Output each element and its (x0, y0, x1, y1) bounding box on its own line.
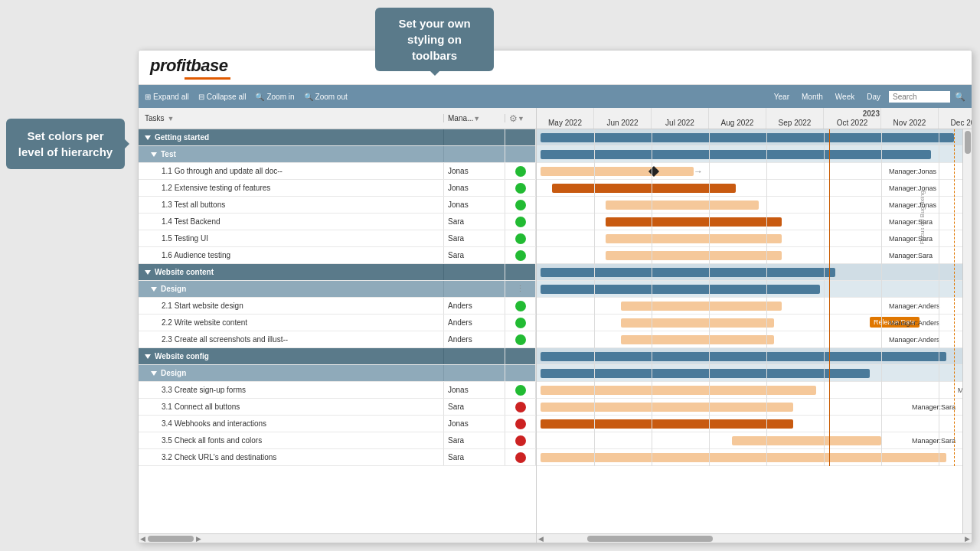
gantt-bar-label: Manager:Sara (912, 437, 956, 445)
task-status (505, 197, 536, 213)
task-manager (444, 365, 505, 381)
tasks-column-header: Tasks ▼ (139, 114, 444, 122)
zoom-out-button[interactable]: 🔍 Zoom out (304, 93, 348, 101)
gantt-row: Manager:Jonas (537, 382, 972, 399)
gantt-bar (621, 302, 782, 311)
list-item[interactable]: Design (139, 365, 536, 382)
list-item[interactable]: 3.2 Check URL's and destinations Sara (139, 449, 536, 466)
list-item[interactable]: Getting started (139, 129, 536, 146)
scroll-thumb[interactable] (148, 536, 194, 542)
gantt-row: Manager:Sara (537, 247, 972, 264)
horizontal-scrollbar[interactable]: ◀ ▶ (139, 533, 536, 543)
list-item[interactable]: Test (139, 146, 536, 163)
expand-all-button[interactable]: ⊞ Expand all (145, 93, 189, 101)
list-item[interactable]: 2.2 Write website content Anders (139, 315, 536, 331)
task-name: Website content (139, 264, 444, 280)
gantt-bar-label: Manager:Sara (889, 235, 933, 243)
grid-line (709, 129, 710, 466)
gantt-row: Manager:Sara (537, 230, 972, 247)
list-item[interactable]: Website config (139, 348, 536, 365)
list-item[interactable]: 2.1 Start website design Anders (139, 298, 536, 315)
gantt-bar (541, 167, 694, 176)
task-name: 1.5 Testing UI (139, 230, 444, 246)
gantt-rows: Today Release Date Focus on Bug fixing (537, 129, 972, 466)
collapse-all-button[interactable]: ⊟ Collapse all (198, 93, 247, 101)
gantt-scroll-left[interactable]: ◀ (538, 535, 544, 543)
callout-left: Set colors per level of hierarchy (6, 119, 125, 169)
list-item[interactable]: 2.3 Create all screenshots and illust-- … (139, 331, 536, 348)
resize-icon[interactable]: ⋮ (516, 284, 524, 294)
year-button[interactable]: Year (770, 91, 793, 103)
list-item[interactable]: 1.5 Testing UI Sara (139, 230, 536, 247)
gantt-bar (552, 184, 736, 193)
tasks-dropdown-icon[interactable]: ▼ (168, 115, 175, 122)
task-name: 2.1 Start website design (139, 298, 444, 314)
task-status (505, 315, 536, 331)
gantt-vscroll-thumb[interactable] (965, 131, 971, 154)
gantt-bar-label: Manager:Jonas (889, 184, 936, 192)
gantt-scroll-right[interactable]: ▶ (965, 535, 970, 543)
task-manager (444, 348, 505, 364)
task-name: 3.4 Webhooks and interactions (139, 416, 444, 432)
gantt-bar (541, 403, 793, 412)
status-settings-icon[interactable]: ⚙ (509, 113, 518, 124)
grid-line (939, 129, 939, 466)
zoom-in-button[interactable]: 🔍 Zoom in (255, 93, 294, 101)
scroll-right-btn[interactable]: ▶ (196, 535, 201, 543)
month-button[interactable]: Month (798, 91, 827, 103)
search-input[interactable] (889, 91, 950, 103)
gantt-row (537, 365, 972, 382)
gantt-bar (541, 133, 954, 142)
status-dropdown-icon[interactable]: ▼ (518, 115, 524, 122)
month-cell: May 2022 (537, 108, 594, 129)
list-item[interactable]: 1.4 Test Backend Sara (139, 214, 536, 230)
status-indicator (515, 217, 526, 227)
list-item[interactable]: 3.3 Create sign-up forms Jonas (139, 382, 536, 399)
task-name: 3.5 Check all fonts and colors (139, 432, 444, 448)
list-item[interactable]: 1.2 Extensive testing of features Jonas (139, 180, 536, 197)
logo-bar: profitbase (139, 51, 972, 85)
gantt-row (537, 129, 972, 146)
month-cell: Aug 2022 (709, 108, 766, 129)
task-name: 3.3 Create sign-up forms (139, 382, 444, 398)
gantt-scroll-thumb[interactable] (587, 536, 712, 542)
week-button[interactable]: Week (831, 91, 858, 103)
list-item[interactable]: 3.5 Check all fonts and colors Sara (139, 432, 536, 449)
list-item[interactable]: 1.3 Test all buttons Jonas (139, 197, 536, 214)
gantt-bar (732, 436, 881, 445)
task-status (505, 399, 536, 415)
logo-underline (185, 77, 230, 80)
task-status (505, 298, 536, 314)
gantt-hscroll[interactable]: ◀ ▶ (537, 533, 972, 543)
connector-arrow: → (694, 166, 703, 177)
list-item[interactable]: 1.6 Audience testing Sara (139, 247, 536, 264)
list-item[interactable]: 3.4 Webhooks and interactions Jonas (139, 416, 536, 432)
list-item[interactable]: 1.1 Go through and update all doc-- Jona… (139, 163, 536, 180)
task-name: 3.2 Check URL's and destinations (139, 449, 444, 465)
gantt-bar (541, 268, 835, 277)
task-status (505, 214, 536, 230)
manager-dropdown-icon[interactable]: ▼ (473, 115, 480, 122)
gantt-row: Manager:Jonas (537, 180, 972, 197)
zoom-out-icon: 🔍 (304, 93, 313, 101)
task-manager: Jonas (444, 416, 505, 432)
list-item[interactable]: 3.1 Connect all buttons Sara (139, 399, 536, 416)
day-button[interactable]: Day (863, 91, 884, 103)
search-icon[interactable]: 🔍 (955, 92, 965, 102)
task-name: 1.2 Extensive testing of features (139, 180, 444, 196)
task-list: Getting started Test 1.1 Go thro (139, 129, 536, 533)
grid-line (824, 129, 825, 466)
list-item[interactable]: Website content (139, 264, 536, 281)
list-item[interactable]: Design ⋮ (139, 281, 536, 298)
task-status (505, 331, 536, 347)
zoom-in-icon: 🔍 (255, 93, 264, 101)
gantt-row: Manager:Anders (537, 315, 972, 331)
gantt-vscroll[interactable] (962, 129, 972, 533)
gantt-row: Manager:Anders (537, 298, 972, 315)
task-name: 2.3 Create all screenshots and illust-- (139, 331, 444, 347)
gantt-row: Manager:Sara (537, 449, 972, 466)
gantt-bar-label: Manager:Anders (889, 319, 940, 327)
scroll-left-btn[interactable]: ◀ (140, 535, 145, 543)
grid-line (881, 129, 882, 466)
task-manager: Sara (444, 432, 505, 448)
